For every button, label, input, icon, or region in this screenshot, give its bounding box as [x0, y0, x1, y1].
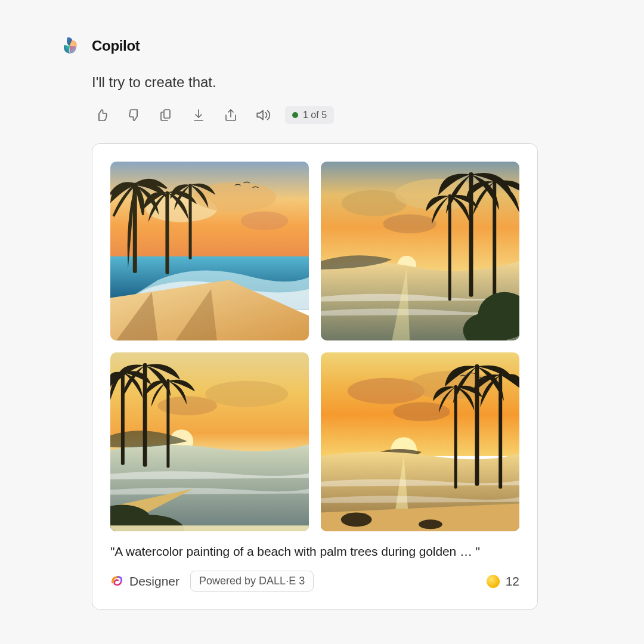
message-actions: 1 of 5: [92, 105, 590, 125]
svg-point-37: [419, 519, 442, 529]
download-button[interactable]: [188, 105, 209, 125]
powered-by-badge: Powered by DALL·E 3: [190, 571, 314, 592]
svg-rect-0: [164, 110, 170, 118]
designer-badge[interactable]: Designer: [110, 574, 179, 589]
dislike-button[interactable]: [124, 105, 144, 125]
svg-point-12: [383, 214, 436, 233]
svg-rect-24: [143, 363, 147, 467]
response-counter-text: 1 of 5: [303, 110, 327, 120]
download-icon: [191, 108, 206, 122]
generated-image-4[interactable]: [321, 352, 519, 531]
image-result-card: "A watercolor painting of a beach with p…: [92, 143, 538, 610]
generated-image-1[interactable]: [110, 162, 309, 340]
like-button[interactable]: [92, 105, 112, 125]
generated-image-2[interactable]: [321, 162, 519, 340]
svg-point-36: [341, 513, 372, 527]
prompt-caption: "A watercolor painting of a beach with p…: [110, 544, 519, 559]
response-counter-badge: 1 of 5: [285, 106, 334, 124]
credits-counter: 12: [487, 574, 519, 589]
copilot-logo-icon: [60, 36, 80, 56]
copy-button[interactable]: [156, 105, 177, 125]
speaker-icon: [255, 107, 271, 123]
status-dot-icon: [292, 112, 298, 118]
share-icon: [224, 108, 238, 122]
svg-rect-25: [166, 379, 169, 468]
svg-rect-8: [189, 184, 192, 259]
designer-label: Designer: [129, 574, 179, 589]
svg-rect-7: [165, 191, 169, 274]
svg-rect-6: [133, 184, 137, 273]
thumbs-down-icon: [127, 108, 141, 122]
svg-point-4: [241, 211, 289, 230]
image-grid: [110, 162, 519, 531]
svg-rect-35: [454, 385, 457, 489]
svg-rect-23: [121, 370, 125, 465]
svg-rect-34: [499, 373, 502, 489]
assistant-name: Copilot: [92, 38, 140, 54]
coin-icon: [487, 575, 500, 588]
svg-rect-15: [493, 179, 496, 298]
copy-icon: [159, 108, 174, 122]
assistant-message: I'll try to create that.: [92, 74, 590, 91]
svg-rect-16: [448, 194, 451, 301]
share-button[interactable]: [221, 105, 241, 125]
credits-value: 12: [506, 574, 519, 589]
generated-image-3[interactable]: [110, 352, 309, 531]
thumbs-up-icon: [95, 108, 109, 122]
svg-point-20: [205, 381, 288, 407]
speak-button[interactable]: [253, 105, 273, 125]
assistant-header: Copilot: [60, 36, 590, 56]
card-footer: Designer Powered by DALL·E 3 12: [110, 571, 519, 592]
designer-logo-icon: [110, 575, 123, 588]
svg-point-21: [158, 397, 217, 416]
